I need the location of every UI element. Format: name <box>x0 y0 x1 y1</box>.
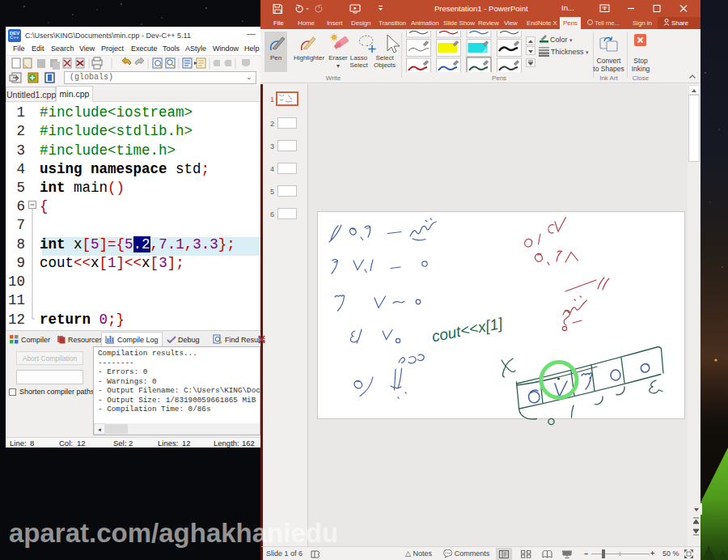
svg-text:cout<<x[1]: cout<<x[1] <box>430 315 505 346</box>
